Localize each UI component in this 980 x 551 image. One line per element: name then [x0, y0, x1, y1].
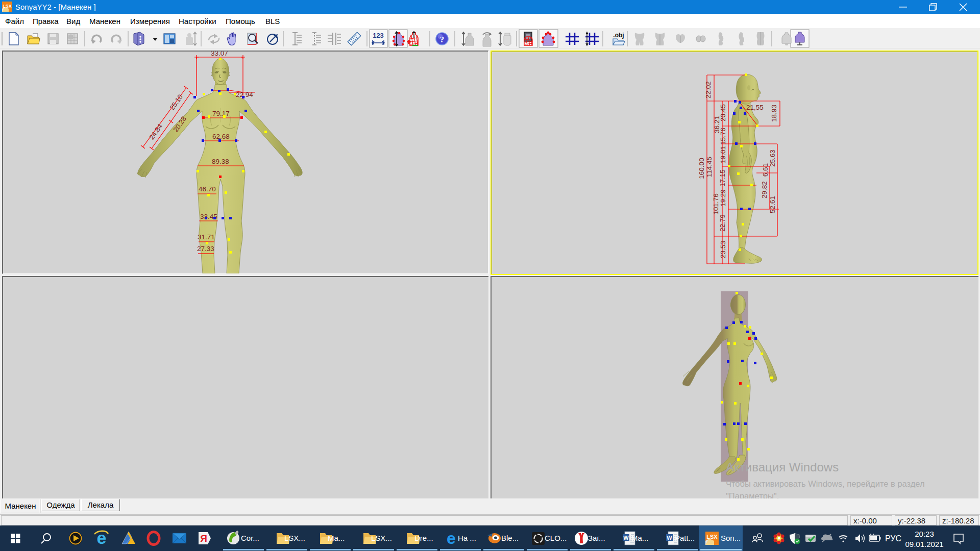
svg-text:23.53: 23.53: [719, 241, 727, 258]
svg-text:LSX...: LSX...: [284, 534, 305, 542]
svg-text:46.70: 46.70: [199, 185, 216, 193]
svg-text:W: W: [623, 535, 629, 541]
svg-text:CLO...: CLO...: [545, 534, 567, 542]
svg-text:27.33: 27.33: [197, 245, 214, 253]
svg-text:160.00: 160.00: [698, 158, 705, 179]
svg-text:На ...: На ...: [458, 534, 476, 542]
svg-text:33.07: 33.07: [211, 52, 228, 57]
svg-text:123: 123: [373, 32, 384, 39]
svg-text:.obj: .obj: [613, 32, 624, 39]
svg-text:РУС: РУС: [885, 534, 901, 543]
svg-text:101.76: 101.76: [712, 193, 720, 214]
svg-text:W: W: [667, 535, 672, 541]
svg-text:Ble...: Ble...: [501, 534, 519, 542]
svg-text:15.76: 15.76: [719, 128, 727, 145]
svg-text:29.82: 29.82: [761, 181, 768, 198]
svg-text:LSX: LSX: [3, 4, 12, 9]
svg-text:89.38: 89.38: [212, 158, 229, 165]
svg-text:114.45: 114.45: [705, 157, 713, 177]
svg-text:17.15: 17.15: [719, 169, 726, 187]
svg-text:52.61: 52.61: [769, 196, 776, 213]
svg-text:24.84: 24.84: [148, 122, 164, 141]
svg-text:Patt...: Patt...: [675, 534, 695, 542]
svg-text:22.02: 22.02: [704, 81, 712, 98]
svg-text:22.79: 22.79: [719, 214, 726, 232]
svg-text:Dre...: Dre...: [414, 534, 433, 542]
svg-text:LSX...: LSX...: [371, 534, 392, 542]
svg-text:e: e: [447, 529, 456, 547]
svg-text:LSX: LSX: [706, 534, 718, 540]
svg-text:09.01.2021: 09.01.2021: [905, 540, 943, 548]
svg-text:21,55: 21,55: [746, 104, 764, 111]
svg-text:22,94: 22,94: [236, 91, 253, 98]
svg-text:Я: Я: [200, 533, 207, 544]
svg-text:Ma...: Ma...: [631, 534, 648, 542]
svg-text:Son...: Son...: [721, 534, 741, 542]
svg-text:79.17: 79.17: [212, 110, 230, 117]
svg-text:19.01: 19.01: [719, 146, 727, 163]
svg-text:18.93: 18.93: [770, 105, 778, 122]
svg-text:25.63: 25.63: [769, 149, 776, 167]
svg-text:62.68: 62.68: [212, 133, 230, 140]
svg-text:20:23: 20:23: [915, 530, 934, 538]
svg-text:20.45: 20.45: [719, 104, 727, 121]
svg-text:Cor...: Cor...: [241, 534, 259, 542]
svg-text:Ma...: Ma...: [328, 534, 345, 542]
svg-text:6.61: 6.61: [762, 163, 769, 177]
svg-text:Заг...: Заг...: [588, 534, 605, 542]
svg-text:?: ?: [440, 35, 445, 44]
svg-text:19.29: 19.29: [719, 189, 727, 207]
svg-text:25.10: 25.10: [168, 93, 184, 111]
svg-text:31.71: 31.71: [198, 233, 215, 241]
